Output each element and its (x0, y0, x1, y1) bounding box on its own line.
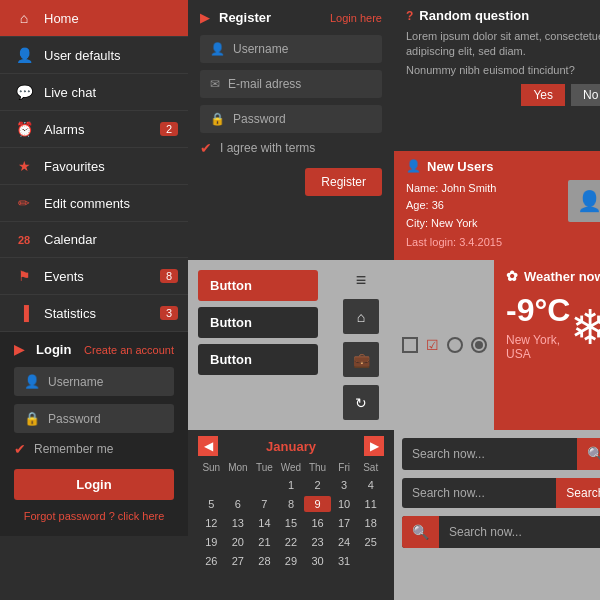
no-button[interactable]: No (571, 84, 600, 106)
forgot-click-link[interactable]: click here (118, 510, 164, 522)
create-account-link[interactable]: Create an account (84, 344, 174, 356)
statistics-badge: 3 (160, 306, 178, 320)
wp-header: ✿ Weather now (506, 268, 600, 284)
calendar-day[interactable]: 22 (278, 534, 305, 550)
search-input-3[interactable]: Search now... (439, 517, 600, 547)
events-badge: 8 (160, 269, 178, 283)
calendar-day[interactable]: 19 (198, 534, 225, 550)
reg-email-icon: ✉ (210, 77, 220, 91)
calendar-day[interactable]: 13 (225, 515, 252, 531)
location: New York, USA (506, 333, 570, 361)
calendar-day[interactable]: 14 (251, 515, 278, 531)
search-panels: Search now... 🔍 Search now... Search 🔍 S… (394, 430, 600, 600)
forgot-text: Forgot password ? (24, 510, 115, 522)
calendar-day[interactable]: 23 (304, 534, 331, 550)
calendar-day[interactable]: 17 (331, 515, 358, 531)
button-3[interactable]: Button (198, 344, 318, 375)
calendar-day[interactable]: 11 (357, 496, 384, 512)
search-row-3: 🔍 Search now... (402, 516, 600, 548)
login-button[interactable]: Login (14, 469, 174, 500)
checkbox-checked[interactable]: ☑ (426, 337, 439, 353)
search-icon-left[interactable]: 🔍 (402, 516, 439, 548)
calendar-day[interactable]: 2 (304, 477, 331, 493)
calendar-day[interactable]: 16 (304, 515, 331, 531)
login-header: ▶ Login Create an account (14, 342, 174, 357)
login-section: ▶ Login Create an account 👤 Username 🔒 P… (0, 332, 188, 536)
button-2[interactable]: Button (198, 307, 318, 338)
calendar-day[interactable]: 25 (357, 534, 384, 550)
briefcase-ctrl-icon[interactable]: 💼 (343, 342, 379, 377)
middle-row: Button Button Button ≡ ⌂ 💼 ↻ ☑ ✿ Weather… (188, 260, 600, 430)
sidebar-item-statistics[interactable]: ▐ Statistics 3 (0, 295, 188, 332)
username-placeholder: Username (48, 375, 103, 389)
calendar-day[interactable]: 31 (331, 553, 358, 569)
radio-checked[interactable] (471, 337, 487, 353)
calendar-day[interactable]: 28 (251, 553, 278, 569)
controls-panel: ≡ ⌂ 💼 ↻ (328, 260, 394, 430)
home-ctrl-icon[interactable]: ⌂ (343, 299, 379, 334)
calendar-day[interactable]: 21 (251, 534, 278, 550)
weather-panel: ✿ Weather now -9°C New York, USA ❄ (494, 260, 600, 430)
search-button-2[interactable]: Search (556, 478, 600, 508)
prev-month-button[interactable]: ◀ (198, 436, 218, 456)
calendar-day[interactable]: 20 (225, 534, 252, 550)
hamburger-icon[interactable]: ≡ (356, 270, 367, 291)
refresh-ctrl-icon[interactable]: ↻ (343, 385, 379, 420)
sidebar-item-label: Live chat (44, 85, 96, 100)
calendar-day[interactable]: 4 (357, 477, 384, 493)
search-row-1: Search now... 🔍 (402, 438, 600, 470)
calendar-day[interactable]: 26 (198, 553, 225, 569)
login-here-link[interactable]: Login here (330, 12, 382, 24)
yes-button[interactable]: Yes (521, 84, 565, 106)
weather-content: -9°C New York, USA ❄ (506, 292, 600, 361)
nu-header: 👤 New Users (406, 159, 600, 174)
star-icon: ★ (14, 158, 34, 174)
calendar-day[interactable]: 29 (278, 553, 305, 569)
register-button[interactable]: Register (305, 168, 382, 196)
sidebar-item-home[interactable]: ⌂ Home (0, 0, 188, 37)
calendar-day[interactable]: 12 (198, 515, 225, 531)
calendar-day[interactable]: 27 (225, 553, 252, 569)
sidebar-item-user-defaults[interactable]: 👤 User defaults (0, 37, 188, 74)
calendar-day[interactable]: 10 (331, 496, 358, 512)
radio-unchecked[interactable] (447, 337, 463, 353)
calendar-day[interactable]: 18 (357, 515, 384, 531)
sidebar-item-live-chat[interactable]: 💬 Live chat (0, 74, 188, 111)
calendar-day[interactable]: 9 (304, 496, 331, 512)
agree-check-icon: ✔ (200, 140, 212, 156)
search-button-1[interactable]: 🔍 (577, 438, 600, 470)
sidebar-item-events[interactable]: ⚑ Events 8 (0, 258, 188, 295)
search-input-1[interactable]: Search now... (402, 439, 577, 469)
sidebar-item-calendar[interactable]: 28 Calendar (0, 222, 188, 258)
form-controls: ☑ (394, 260, 494, 430)
calendar-days-header: Sun Mon Tue Wed Thu Fri Sat (198, 462, 384, 473)
calendar-day[interactable]: 8 (278, 496, 305, 512)
reg-password-placeholder: Password (233, 112, 286, 126)
user-field-icon: 👤 (24, 374, 40, 389)
calendar-panel: ◀ January ▶ Sun Mon Tue Wed Thu Fri Sat … (188, 430, 394, 600)
nu-name: Name: John Smith (406, 180, 502, 198)
calendar-day[interactable]: 7 (251, 496, 278, 512)
calendar-day[interactable]: 15 (278, 515, 305, 531)
checkbox-unchecked[interactable] (402, 337, 418, 353)
calendar-day[interactable]: 3 (331, 477, 358, 493)
stats-icon: ▐ (14, 305, 34, 321)
sidebar-item-label: Edit comments (44, 196, 130, 211)
snowflake-icon: ❄ (570, 299, 600, 355)
button-1[interactable]: Button (198, 270, 318, 301)
rq-question: Nonummy nibh euismod tincidunt? (406, 64, 600, 76)
sidebar-item-edit-comments[interactable]: ✏ Edit comments (0, 185, 188, 222)
search-input-2[interactable]: Search now... (402, 478, 556, 508)
calendar-day[interactable]: 24 (331, 534, 358, 550)
sidebar-item-favourites[interactable]: ★ Favourites (0, 148, 188, 185)
calendar-day[interactable]: 1 (278, 477, 305, 493)
password-placeholder: Password (48, 412, 101, 426)
calendar-day[interactable]: 5 (198, 496, 225, 512)
calendar-day[interactable]: 30 (304, 553, 331, 569)
main-area: ▶ Register Login here 👤 Username ✉ E-mai… (188, 0, 600, 600)
calendar-day[interactable]: 6 (225, 496, 252, 512)
next-month-button[interactable]: ▶ (364, 436, 384, 456)
remember-row: ✔ Remember me (14, 441, 174, 457)
sidebar-item-label: Alarms (44, 122, 84, 137)
sidebar-item-alarms[interactable]: ⏰ Alarms 2 (0, 111, 188, 148)
